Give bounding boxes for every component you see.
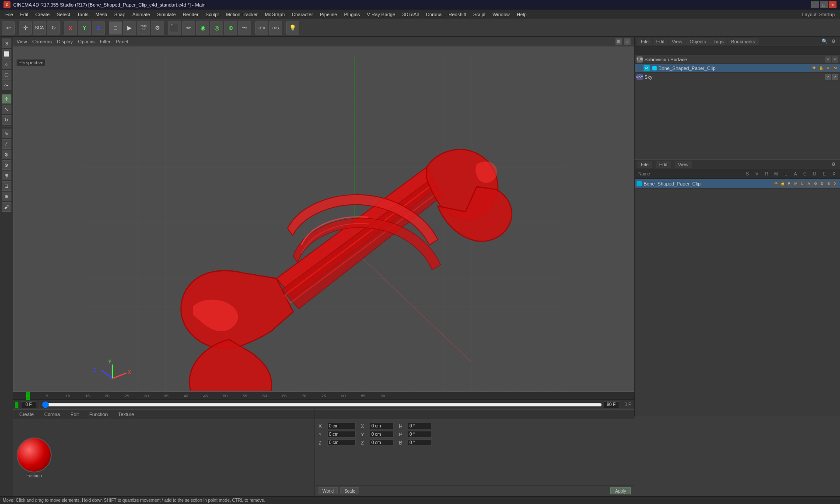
menu-tools[interactable]: Tools xyxy=(74,11,92,18)
menu-mesh[interactable]: Mesh xyxy=(92,11,111,18)
select-rect-tool[interactable]: ⬜ xyxy=(2,49,11,59)
menu-corona[interactable]: Corona xyxy=(422,11,445,18)
menu-script[interactable]: Script xyxy=(470,11,489,18)
mat-tab-function[interactable]: Function xyxy=(86,411,111,418)
z-input[interactable] xyxy=(327,439,356,446)
om-settings-btn[interactable]: ⚙ xyxy=(830,38,837,46)
menu-mograph[interactable]: MoGraph xyxy=(261,11,288,18)
knife-tool[interactable]: ∕ xyxy=(2,139,11,149)
am-settings-btn[interactable]: ⚙ xyxy=(830,161,837,168)
minimize-button[interactable]: ─ xyxy=(811,1,819,8)
viewport-tab-display[interactable]: Display xyxy=(57,39,73,44)
am-selected-row[interactable]: Bone_Shaped_Paper_Clip 👁 🔒 R M L A G D E… xyxy=(635,179,840,189)
am-flag-x[interactable]: X xyxy=(832,181,838,187)
end-frame-input[interactable] xyxy=(604,401,619,408)
bone-flag-3[interactable]: R xyxy=(825,65,831,71)
display-button[interactable]: DIS xyxy=(269,21,282,35)
object-mode-button[interactable]: □ xyxy=(109,21,122,35)
object-row-sky[interactable]: SKY Sky ✓ ✓ xyxy=(635,73,840,81)
select-circle-tool[interactable]: ○ xyxy=(2,60,11,69)
flag-check-1[interactable]: ✓ xyxy=(825,56,831,63)
viewport-options-btn[interactable]: ≡ xyxy=(624,38,631,45)
bone-flag-1[interactable]: 👁 xyxy=(811,65,817,71)
deformer-button[interactable]: 〜 xyxy=(238,21,251,35)
z-axis-button[interactable]: Z xyxy=(92,21,105,35)
am-flag-m[interactable]: M xyxy=(793,181,799,187)
om-tab-view[interactable]: View xyxy=(668,38,686,45)
menu-edit[interactable]: Edit xyxy=(17,11,32,18)
weld-tool[interactable]: ⊗ xyxy=(2,160,11,170)
sz-input[interactable] xyxy=(370,439,394,446)
object-row-subdivision[interactable]: SUB Subdivision Surface ✓ ✓ xyxy=(635,55,840,64)
anim-button[interactable]: ▶ xyxy=(123,21,136,35)
brush-button[interactable]: ◉ xyxy=(196,21,209,35)
loop-tool[interactable]: ⊕ xyxy=(2,192,11,201)
viewport-tab-options[interactable]: Options xyxy=(78,39,94,44)
am-tab-view[interactable]: View xyxy=(675,161,692,168)
scale-tool[interactable]: ⤡ xyxy=(2,105,11,114)
spline-tool[interactable]: ∿ xyxy=(2,129,11,138)
current-frame-input[interactable] xyxy=(21,401,36,408)
menu-create[interactable]: Create xyxy=(32,11,53,18)
sx-input[interactable] xyxy=(370,423,394,429)
om-tab-bookmarks[interactable]: Bookmarks xyxy=(728,38,759,45)
viewport-tab-panel[interactable]: Panel xyxy=(116,39,128,44)
scale-button[interactable]: Scale xyxy=(340,487,359,494)
sky-flag-1[interactable]: ✓ xyxy=(825,74,831,80)
render-settings-button[interactable]: ⚙ xyxy=(151,21,164,35)
world-button[interactable]: World xyxy=(318,487,338,494)
fashion-material[interactable]: Fashion xyxy=(17,438,52,478)
menu-render[interactable]: Render xyxy=(179,11,202,18)
om-tab-file[interactable]: File xyxy=(637,38,652,45)
close-button[interactable]: ✕ xyxy=(829,1,836,8)
sy-input[interactable] xyxy=(370,431,394,438)
mat-tab-create[interactable]: Create xyxy=(16,411,37,418)
menu-file[interactable]: File xyxy=(2,11,17,18)
nurbs-button[interactable]: ◎ xyxy=(210,21,223,35)
h-input[interactable] xyxy=(408,423,432,429)
scale-tool-button[interactable]: SCA xyxy=(33,21,46,35)
menu-animate[interactable]: Animate xyxy=(129,11,154,18)
paint-tool[interactable]: 🖌 xyxy=(2,202,11,212)
bone-flag-4[interactable]: M xyxy=(832,65,838,71)
select-poly-tool[interactable]: ⬡ xyxy=(2,70,11,80)
am-flag-a[interactable]: A xyxy=(806,181,812,187)
rotate-tool[interactable]: ↻ xyxy=(2,115,11,125)
menu-3dtoall[interactable]: 3DToAll xyxy=(399,11,422,18)
viewport-tab-filter[interactable]: Filter xyxy=(100,39,110,44)
menu-sculpt[interactable]: Sculpt xyxy=(202,11,223,18)
am-flag-d[interactable]: D xyxy=(819,181,825,187)
x-axis-button[interactable]: X xyxy=(64,21,77,35)
am-flag-eye[interactable]: 👁 xyxy=(773,181,779,187)
menu-select[interactable]: Select xyxy=(53,11,74,18)
viewport-canvas[interactable]: Perspective xyxy=(13,46,634,391)
viewport[interactable]: View Cameras Display Options Filter Pane… xyxy=(13,37,634,391)
am-flag-lock[interactable]: 🔒 xyxy=(780,181,786,187)
am-flag-g[interactable]: G xyxy=(812,181,819,187)
om-search-btn[interactable]: 🔍 xyxy=(821,38,829,46)
object-row-bone[interactable]: M Bone_Shaped_Paper_Clip 👁 🔒 R M xyxy=(635,64,840,73)
menu-help[interactable]: Help xyxy=(513,11,530,18)
menu-redshift[interactable]: Redshift xyxy=(445,11,469,18)
viewport-tab-cameras[interactable]: Cameras xyxy=(32,39,52,44)
maximize-button[interactable]: □ xyxy=(820,1,828,8)
x-input[interactable] xyxy=(327,423,356,429)
bone-flag-2[interactable]: 🔒 xyxy=(818,65,824,71)
p-input[interactable] xyxy=(408,431,432,438)
apply-button[interactable]: Apply xyxy=(610,487,631,494)
mat-tab-corona[interactable]: Corona xyxy=(41,411,63,418)
menu-snap[interactable]: Snap xyxy=(111,11,129,18)
b-input[interactable] xyxy=(408,439,432,446)
menu-character[interactable]: Character xyxy=(288,11,316,18)
am-flag-e[interactable]: E xyxy=(826,181,832,187)
om-tab-objects[interactable]: Objects xyxy=(686,38,709,45)
menu-pipeline[interactable]: Pipeline xyxy=(316,11,340,18)
select-free-tool[interactable]: 〜 xyxy=(2,80,11,90)
mograph-button[interactable]: ⊕ xyxy=(224,21,237,35)
am-flag-r[interactable]: R xyxy=(786,181,792,187)
y-axis-button[interactable]: Y xyxy=(78,21,91,35)
viewport-expand-btn[interactable]: ⊞ xyxy=(615,38,622,45)
bevel-tool[interactable]: ⊟ xyxy=(2,181,11,191)
menu-motion-tracker[interactable]: Motion Tracker xyxy=(222,11,261,18)
am-tab-file[interactable]: File xyxy=(637,161,652,168)
